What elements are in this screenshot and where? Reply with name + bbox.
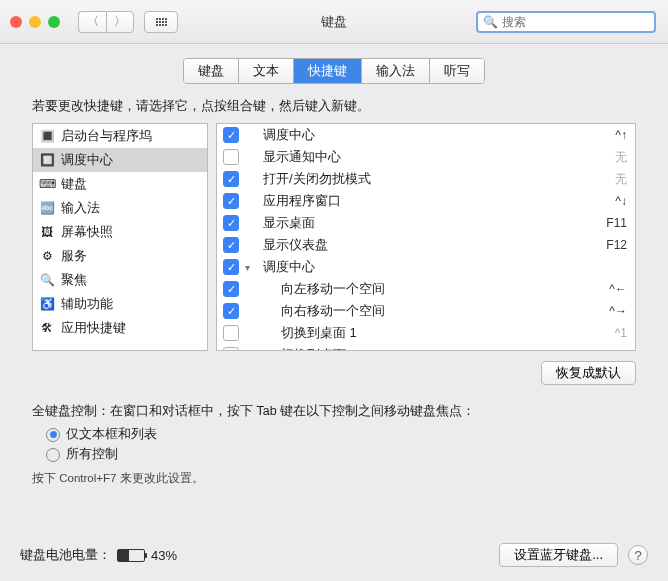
radio-label: 所有控制	[66, 446, 118, 463]
shortcut-checkbox[interactable]	[223, 325, 239, 341]
shortcut-checkbox[interactable]	[223, 347, 239, 351]
category-row[interactable]: ⚙服务	[33, 244, 207, 268]
shortcuts-list[interactable]: ✓调度中心^↑显示通知中心无✓打开/关闭勿扰模式无✓应用程序窗口^↓✓显示桌面F…	[216, 123, 636, 351]
category-label: 调度中心	[61, 151, 113, 169]
back-button[interactable]: 〈	[78, 11, 106, 33]
shortcut-checkbox[interactable]: ✓	[223, 127, 239, 143]
shortcut-row[interactable]: ✓应用程序窗口^↓	[217, 190, 635, 212]
disclosure-icon[interactable]: ▾	[245, 262, 257, 273]
grid-icon	[156, 18, 167, 26]
category-row[interactable]: 🔤输入法	[33, 196, 207, 220]
category-icon: 🔤	[39, 200, 55, 216]
zoom-window[interactable]	[48, 16, 60, 28]
shortcut-label: 显示仪表盘	[263, 236, 600, 254]
shortcut-checkbox[interactable]	[223, 149, 239, 165]
radio-label: 仅文本框和列表	[66, 426, 157, 443]
shortcut-label: 切换到桌面 1	[263, 324, 609, 342]
category-label: 输入法	[61, 199, 100, 217]
close-window[interactable]	[10, 16, 22, 28]
category-label: 聚焦	[61, 271, 87, 289]
radio-option[interactable]: 仅文本框和列表	[46, 426, 636, 443]
shortcut-key[interactable]: ^↓	[615, 194, 627, 208]
shortcut-checkbox[interactable]: ✓	[223, 171, 239, 187]
shortcut-row[interactable]: ✓打开/关闭勿扰模式无	[217, 168, 635, 190]
instruction-text: 若要更改快捷键，请选择它，点按组合键，然后键入新键。	[32, 98, 636, 115]
shortcut-label: 调度中心	[263, 126, 609, 144]
category-row[interactable]: 🔲调度中心	[33, 148, 207, 172]
minimize-window[interactable]	[29, 16, 41, 28]
shortcut-key[interactable]: ^1	[615, 326, 627, 340]
shortcut-label: 向右移动一个空间	[263, 302, 603, 320]
shortcut-row[interactable]: ✓显示桌面F11	[217, 212, 635, 234]
bluetooth-keyboard-button[interactable]: 设置蓝牙键盘...	[499, 543, 618, 567]
shortcut-checkbox[interactable]: ✓	[223, 215, 239, 231]
show-all-prefs-button[interactable]	[144, 11, 178, 33]
forward-button[interactable]: 〉	[106, 11, 134, 33]
shortcut-checkbox[interactable]: ✓	[223, 193, 239, 209]
category-icon: 🔍	[39, 272, 55, 288]
shortcut-row[interactable]: ✓向右移动一个空间^→	[217, 300, 635, 322]
shortcut-checkbox[interactable]: ✓	[223, 281, 239, 297]
search-field[interactable]: 🔍	[476, 11, 656, 33]
shortcut-key[interactable]: ^2	[615, 348, 627, 351]
shortcut-label: 显示桌面	[263, 214, 600, 232]
tab-3[interactable]: 输入法	[362, 59, 430, 83]
shortcut-row[interactable]: ✓▾调度中心	[217, 256, 635, 278]
keyboard-tip: 按下 Control+F7 来更改此设置。	[32, 471, 636, 486]
shortcut-key[interactable]: F12	[606, 238, 627, 252]
search-input[interactable]	[502, 15, 649, 29]
shortcut-label: 打开/关闭勿扰模式	[263, 170, 609, 188]
tab-4[interactable]: 听写	[430, 59, 484, 83]
window-title: 键盘	[321, 13, 347, 31]
shortcut-key[interactable]: ^→	[609, 304, 627, 318]
shortcut-row[interactable]: 显示通知中心无	[217, 146, 635, 168]
shortcut-label: 显示通知中心	[263, 148, 609, 166]
category-label: 屏幕快照	[61, 223, 113, 241]
category-icon: ⌨	[39, 176, 55, 192]
shortcut-checkbox[interactable]: ✓	[223, 259, 239, 275]
shortcut-key[interactable]: 无	[615, 171, 627, 188]
shortcut-checkbox[interactable]: ✓	[223, 237, 239, 253]
shortcut-key[interactable]: F11	[606, 216, 627, 230]
category-icon: ♿	[39, 296, 55, 312]
category-icon: 🔳	[39, 128, 55, 144]
radio-icon	[46, 428, 60, 442]
shortcut-key[interactable]: ^↑	[615, 128, 627, 142]
shortcut-key[interactable]: 无	[615, 149, 627, 166]
search-icon: 🔍	[483, 15, 498, 29]
category-row[interactable]: 🛠应用快捷键	[33, 316, 207, 340]
shortcut-label: 调度中心	[263, 258, 621, 276]
category-label: 服务	[61, 247, 87, 265]
help-button[interactable]: ?	[628, 545, 648, 565]
battery-label: 键盘电池电量：	[20, 546, 111, 564]
category-list[interactable]: 🔳启动台与程序坞🔲调度中心⌨键盘🔤输入法🖼屏幕快照⚙服务🔍聚焦♿辅助功能🛠应用快…	[32, 123, 208, 351]
category-icon: 🖼	[39, 224, 55, 240]
full-keyboard-heading: 全键盘控制：在窗口和对话框中，按下 Tab 键在以下控制之间移动键盘焦点：	[32, 403, 636, 420]
category-row[interactable]: ⌨键盘	[33, 172, 207, 196]
category-label: 启动台与程序坞	[61, 127, 152, 145]
tab-2[interactable]: 快捷键	[294, 59, 362, 83]
radio-option[interactable]: 所有控制	[46, 446, 636, 463]
shortcut-row[interactable]: ✓调度中心^↑	[217, 124, 635, 146]
tab-0[interactable]: 键盘	[184, 59, 239, 83]
shortcut-row[interactable]: ✓显示仪表盘F12	[217, 234, 635, 256]
shortcut-row[interactable]: ✓向左移动一个空间^←	[217, 278, 635, 300]
shortcut-checkbox[interactable]: ✓	[223, 303, 239, 319]
radio-icon	[46, 448, 60, 462]
category-label: 辅助功能	[61, 295, 113, 313]
shortcut-row[interactable]: 切换到桌面 1^1	[217, 322, 635, 344]
category-row[interactable]: ♿辅助功能	[33, 292, 207, 316]
restore-defaults-button[interactable]: 恢复成默认	[541, 361, 636, 385]
category-row[interactable]: 🔳启动台与程序坞	[33, 124, 207, 148]
category-row[interactable]: 🔍聚焦	[33, 268, 207, 292]
category-label: 键盘	[61, 175, 87, 193]
category-icon: 🔲	[39, 152, 55, 168]
shortcut-row[interactable]: 切换到桌面 2^2	[217, 344, 635, 351]
shortcut-key[interactable]: ^←	[609, 282, 627, 296]
shortcut-label: 向左移动一个空间	[263, 280, 603, 298]
tab-1[interactable]: 文本	[239, 59, 294, 83]
category-icon: ⚙	[39, 248, 55, 264]
battery-percent: 43%	[151, 548, 177, 563]
category-icon: 🛠	[39, 320, 55, 336]
category-row[interactable]: 🖼屏幕快照	[33, 220, 207, 244]
